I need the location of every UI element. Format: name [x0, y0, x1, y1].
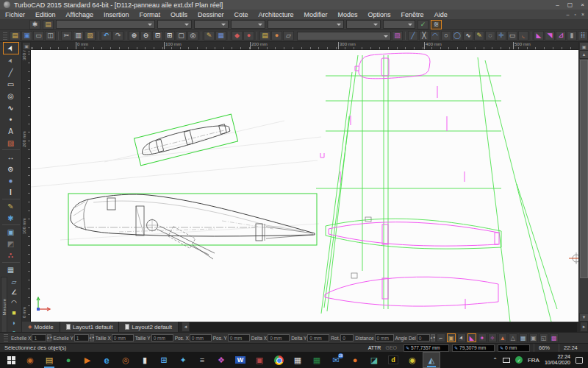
- zoom-window-icon[interactable]: ⊡: [152, 31, 163, 40]
- tolerance-tool-icon[interactable]: ⊙: [3, 163, 19, 174]
- rect-tool-icon[interactable]: ▭: [507, 31, 517, 40]
- circle-tool-icon[interactable]: ○: [441, 31, 451, 40]
- toolbar-drag-handle[interactable]: [3, 32, 7, 40]
- taskbar-ms-store[interactable]: ⊞: [155, 352, 173, 368]
- hatch-tool-icon[interactable]: ▨: [3, 137, 19, 149]
- modify-3-icon[interactable]: ▲: [498, 333, 507, 342]
- scale-combo[interactable]: [346, 20, 381, 29]
- mdi-close-button[interactable]: ×: [581, 12, 584, 17]
- rot-input[interactable]: 0: [340, 334, 354, 342]
- taskbar-yellow-d-app[interactable]: d: [384, 352, 402, 368]
- account-icon[interactable]: ●: [271, 31, 282, 40]
- menu-architecture[interactable]: Architecture: [254, 10, 299, 19]
- taille-x-input[interactable]: 0 mm: [112, 334, 134, 342]
- table-snap-icon[interactable]: ▦: [519, 333, 528, 342]
- menu-cote[interactable]: Cote: [229, 10, 254, 19]
- taskbar-dart-app[interactable]: ◉: [404, 352, 421, 368]
- measure-angle-icon[interactable]: ∠: [7, 287, 21, 297]
- taskbar-mail[interactable]: ✉28: [327, 352, 345, 368]
- grid-insert-icon[interactable]: ▦: [3, 263, 19, 275]
- menu-dessiner[interactable]: Dessiner: [193, 10, 229, 19]
- point-draw-tool-icon[interactable]: •: [3, 113, 19, 125]
- coord-x-box[interactable]: ✎ 577,7357 mm: [404, 344, 449, 352]
- taskbar-paint-app[interactable]: ✦: [174, 352, 192, 368]
- menu-aide[interactable]: Aide: [429, 10, 453, 19]
- drawing-canvas[interactable]: [31, 50, 578, 322]
- node-edit-tool-icon[interactable]: ➤: [3, 54, 19, 66]
- open-icon[interactable]: ▤: [10, 31, 21, 40]
- scroll-up-button[interactable]: ▲: [579, 50, 588, 59]
- menu-affichage[interactable]: Affichage: [61, 10, 98, 19]
- layers-dialog-icon[interactable]: ≋: [431, 20, 442, 29]
- vertical-scroll-thumb[interactable]: [580, 60, 588, 278]
- modify-2-icon[interactable]: ✧: [488, 333, 497, 342]
- minimize-button[interactable]: –: [556, 1, 559, 8]
- measure-protractor-icon[interactable]: ◗: [7, 318, 21, 328]
- mesure-palette-tab[interactable]: Mesure: [1, 277, 7, 337]
- tray-chevron-icon[interactable]: ⌃: [492, 357, 498, 364]
- echelle-y-input[interactable]: 1: [74, 334, 89, 342]
- redline-icon[interactable]: ●: [243, 31, 254, 40]
- aerial-view-icon[interactable]: ◎: [187, 31, 198, 40]
- taskbar-color-app[interactable]: ❖: [212, 352, 230, 368]
- echelle-x-input[interactable]: 1: [32, 334, 46, 342]
- osnap-toggle-icon[interactable]: ▣: [447, 333, 456, 342]
- taskbar-notes-app[interactable]: ≡: [193, 352, 211, 368]
- echelle-y-spinner[interactable]: ▲▼: [90, 334, 94, 342]
- vertical-scrollbar[interactable]: ▣ ▲ ▼: [578, 42, 588, 322]
- taskbar-photos[interactable]: ◪: [365, 352, 383, 368]
- menu-outils[interactable]: Outils: [165, 10, 193, 19]
- menu-fenetre[interactable]: Fenêtre: [396, 10, 429, 19]
- taskbar-file-explorer[interactable]: ▤: [40, 352, 58, 368]
- taskbar-edge[interactable]: e: [98, 352, 115, 368]
- taskbar-document-app[interactable]: ▮: [136, 352, 154, 368]
- zoom-in-icon[interactable]: ⊕: [129, 31, 140, 40]
- tab-modele[interactable]: ◈ Modèle: [22, 322, 60, 332]
- snap-key-icon[interactable]: ⌐: [437, 333, 445, 342]
- menu-fichier[interactable]: Fichier: [0, 10, 30, 19]
- mdi-minimize-button[interactable]: –: [567, 12, 570, 17]
- measure-arc-icon[interactable]: ◠: [7, 297, 21, 308]
- scroll-down-button[interactable]: ▼: [579, 313, 588, 322]
- taskbar-chrome[interactable]: [270, 352, 287, 368]
- taskbar-app-swirl[interactable]: ◉: [21, 352, 39, 368]
- redo-icon[interactable]: ↷: [112, 31, 123, 40]
- angle-del-input[interactable]: 0: [417, 334, 430, 342]
- cursor-mode-icon[interactable]: ➤: [457, 333, 466, 342]
- zoom-page-icon[interactable]: ▢: [176, 31, 187, 40]
- pick-tool-icon[interactable]: ✛: [496, 31, 506, 40]
- symbols-library-icon[interactable]: ▤: [259, 31, 270, 40]
- render-monitor-icon[interactable]: ▣: [3, 226, 19, 238]
- close-button[interactable]: ×: [581, 1, 584, 8]
- text-tool-icon[interactable]: A: [3, 125, 19, 137]
- rectangle-tool-icon[interactable]: ▭: [3, 78, 19, 90]
- lock-tool-icon[interactable]: ▮: [567, 31, 577, 40]
- profile-tool-icon[interactable]: I: [3, 186, 19, 198]
- paste-icon[interactable]: ▧: [85, 31, 96, 40]
- taskbar-utility-app[interactable]: ▣: [251, 352, 268, 368]
- tab-layout2[interactable]: Layout2 default: [119, 322, 179, 332]
- tab-scroll-right-button[interactable]: ▸: [580, 322, 588, 332]
- modify-1-icon[interactable]: ✦: [478, 333, 487, 342]
- taskbar-calculator[interactable]: ▦: [289, 352, 306, 368]
- print-preview-icon[interactable]: ◫: [45, 31, 56, 40]
- group-tool-icon[interactable]: ⁞⁞: [578, 31, 588, 40]
- dimension-tool-icon[interactable]: ↔: [3, 151, 19, 163]
- ellipse-tool-icon[interactable]: ◯: [452, 31, 462, 40]
- zoom-out-icon[interactable]: ⊖: [140, 31, 151, 40]
- start-button[interactable]: [2, 352, 20, 368]
- measure-distance-icon[interactable]: ▱: [7, 277, 21, 287]
- menu-modes[interactable]: Modes: [333, 10, 363, 19]
- copy-icon[interactable]: ▥: [73, 31, 84, 40]
- materials-book-icon[interactable]: ▧: [392, 31, 403, 40]
- taskbar-app-swirl2[interactable]: ◎: [117, 352, 135, 368]
- chamfer-tool-icon[interactable]: ⊿: [556, 31, 566, 40]
- fillet-tool-icon[interactable]: ◟: [518, 31, 528, 40]
- spline-tool-icon[interactable]: ∿: [463, 31, 473, 40]
- lineweight-combo[interactable]: [231, 20, 265, 29]
- gear-options-icon[interactable]: ✱: [3, 212, 19, 224]
- save-icon[interactable]: ▣: [21, 31, 32, 40]
- angle-del-spinner[interactable]: ▲▼: [431, 334, 435, 342]
- delta-x-input[interactable]: 0 mm: [268, 334, 290, 342]
- echelle-x-spinner[interactable]: ▲▼: [47, 334, 51, 342]
